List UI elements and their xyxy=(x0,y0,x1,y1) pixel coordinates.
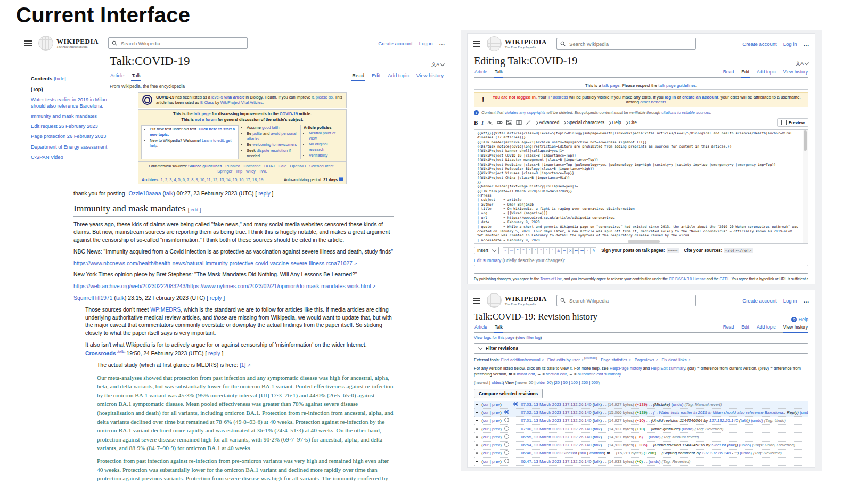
contents-hide-toggle[interactable]: [hide] xyxy=(54,76,66,81)
search-box[interactable] xyxy=(556,38,696,50)
toc-item[interactable]: (Top) xyxy=(31,86,108,93)
revision-details[interactable]: 07:00, 13 March 2023 137.132.26.140 (tal… xyxy=(521,427,723,431)
toc-item[interactable]: Edit request 26 February 2023 xyxy=(31,123,108,129)
link[interactable]: Ozzie10aaaa xyxy=(128,191,161,197)
link[interactable]: Alternate xyxy=(585,356,596,360)
link[interactable]: 100 xyxy=(571,380,578,385)
revision-radio[interactable] xyxy=(504,442,509,447)
toolbar-menu-help[interactable]: Help xyxy=(608,120,621,125)
ref-code[interactable]: <ref></ref> xyxy=(724,248,753,253)
link[interactable]: contribs xyxy=(589,451,604,455)
revision-row[interactable]: (cur | prev) 06:55, 13 March 2023 137.13… xyxy=(474,433,808,441)
link[interactable]: prev xyxy=(492,402,500,407)
link[interactable]: prev xyxy=(492,459,500,464)
preview-button[interactable]: Preview xyxy=(777,118,808,127)
more-menu-icon[interactable]: ... xyxy=(439,40,445,46)
special-char-button[interactable]: — xyxy=(509,247,515,254)
link[interactable]: ↗ xyxy=(580,358,584,362)
link[interactable]: Trip xyxy=(236,169,242,174)
link[interactable]: talk xyxy=(579,451,586,455)
link[interactable]: talk xyxy=(594,435,600,439)
cur-prev-links[interactable]: (cur | prev) xyxy=(481,427,502,431)
link[interactable]: cur xyxy=(483,410,489,415)
revision-radio[interactable] xyxy=(504,410,509,414)
view-read[interactable]: Read xyxy=(723,323,735,332)
reply-comment[interactable]: It also isn't what Wikipedia is for to a… xyxy=(85,341,394,358)
link[interactable]: please do xyxy=(316,95,333,100)
link[interactable]: reply xyxy=(207,350,222,356)
log-in-link[interactable]: Log in xyxy=(419,40,433,46)
tab-article[interactable]: Article xyxy=(110,71,125,81)
link[interactable]: ↗ xyxy=(371,284,376,289)
cur-prev-links[interactable]: (cur | prev) xyxy=(481,459,502,464)
link[interactable]: Find addition/removal xyxy=(501,357,541,362)
revision-details[interactable]: 07:02, 13 March 2023 137.132.26.140 (tal… xyxy=(521,410,808,415)
link[interactable]: cur xyxy=(483,402,489,407)
revision-details[interactable]: 06:47, 13 March 2023 137.132.26.140 (tal… xyxy=(521,459,690,464)
link[interactable]: Source guidelines xyxy=(188,164,222,168)
reference-book-icon[interactable] xyxy=(516,120,522,125)
cur-prev-links[interactable]: (cur | prev) xyxy=(481,443,502,447)
revision-row[interactable]: (cur | prev) 07:01, 13 March 2023 137.13… xyxy=(474,417,808,425)
link[interactable]: Page statistics xyxy=(601,357,627,362)
link[interactable]: citations to reliable sources xyxy=(661,110,710,115)
filter-revisions-toggle[interactable]: Filter revisions xyxy=(474,343,808,354)
link[interactable]: 06:54, 13 March 2023 xyxy=(521,443,561,447)
view-edit[interactable]: Edit xyxy=(741,68,750,78)
revision-radio[interactable] xyxy=(504,418,509,422)
link[interactable]: DOAJ xyxy=(264,164,275,168)
link[interactable]: cur xyxy=(483,435,489,439)
link[interactable]: OpenMD xyxy=(290,164,306,168)
link[interactable]: cur xyxy=(483,427,489,431)
link[interactable]: vital article xyxy=(224,95,245,100)
link[interactable]: good faith xyxy=(262,125,279,130)
revision-radio[interactable] xyxy=(504,450,509,455)
link[interactable]: (→Water tests earlier in 2019 in Milan s… xyxy=(653,410,784,415)
revision-row[interactable]: (cur | prev) 06:54, 13 March 2023 137.13… xyxy=(474,442,808,450)
compare-selected-revisions-button[interactable]: Compare selected revisions xyxy=(474,389,543,398)
link[interactable]: prev xyxy=(492,418,500,423)
create-account-link[interactable]: Create account xyxy=(742,41,776,47)
link[interactable]: (undo) xyxy=(751,418,763,423)
link[interactable]: (undo) xyxy=(672,402,684,407)
banner-bullet[interactable]: Verifiability xyxy=(309,153,343,158)
link[interactable]: prev xyxy=(492,435,500,439)
cur-prev-links[interactable]: (cur | prev) xyxy=(481,402,502,407)
special-char-button[interactable]: ″ xyxy=(544,247,550,254)
link[interactable]: Neutral point of view xyxy=(309,130,335,141)
link[interactable]: (→C-SPAN Video xyxy=(667,467,699,468)
special-char-button[interactable]: ′ xyxy=(550,247,555,254)
link[interactable]: (undo) xyxy=(739,443,751,447)
special-char-button[interactable]: ” xyxy=(520,247,526,254)
search-input[interactable] xyxy=(568,40,692,47)
link-icon[interactable] xyxy=(497,120,503,125)
banner-bullet[interactable]: Put new text under old text. Click here … xyxy=(150,127,235,137)
create-account-link[interactable]: Create account xyxy=(378,40,412,46)
link[interactable]: PubMed xyxy=(225,164,240,168)
banner-bullet[interactable]: Assume good faith xyxy=(247,125,298,130)
create-account-link[interactable]: Create account xyxy=(742,298,776,304)
log-in-link[interactable]: Log in xyxy=(783,298,797,304)
link[interactable]: Cochrane xyxy=(243,164,260,168)
help-button[interactable]: ? Help xyxy=(791,317,808,322)
revision-row[interactable]: (cur | prev) 07:03, 13 March 2023 137.13… xyxy=(474,401,808,409)
revision-details[interactable]: 10:22, 12 March 2023 SquirrelHill1971 (t… xyxy=(521,467,714,468)
link[interactable]: cur xyxy=(483,451,489,455)
link[interactable]: 137.132.26.140 xyxy=(562,402,591,407)
revision-details[interactable]: 07:03, 13 March 2023 137.132.26.140 (tal… xyxy=(521,402,722,407)
link[interactable]: dispute resolution xyxy=(257,148,288,153)
link[interactable]: talk xyxy=(594,427,600,431)
link[interactable]: 137.132.26.140 xyxy=(562,427,591,431)
link[interactable]: SineBot xyxy=(711,443,726,447)
link[interactable]: View logs for this page xyxy=(474,335,514,340)
link[interactable]: talk page xyxy=(602,83,619,88)
link[interactable]: ↗ xyxy=(687,358,691,362)
link[interactable]: polite xyxy=(252,131,262,136)
link[interactable]: 07:03, 13 March 2023 xyxy=(521,402,561,407)
link[interactable]: welcoming to newcomers xyxy=(252,142,297,147)
link[interactable]: prev xyxy=(492,467,500,468)
banner-bullet[interactable]: Seek dispute resolution if needed xyxy=(247,148,298,159)
link[interactable]: [1] xyxy=(240,362,246,368)
section-edit-link[interactable]: [ edit ] xyxy=(188,207,201,213)
toc-item[interactable]: Page protection 26 February 2023 xyxy=(31,133,108,140)
